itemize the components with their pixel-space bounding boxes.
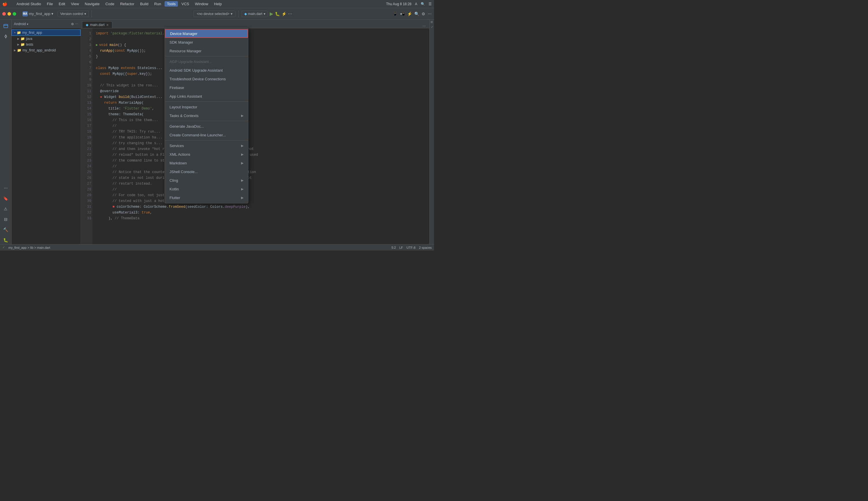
status-position[interactable]: 5:2 xyxy=(392,246,396,249)
project-avatar: MA xyxy=(22,11,28,17)
avd-icon[interactable]: 📲 xyxy=(400,12,405,16)
menu-generate-javadoc[interactable]: Generate JavaDoc... xyxy=(165,122,248,131)
main-layout: ⋯ 🔖 ⚠ ⊟ 🔨 🐛 Android ▾ ⚙ ⋯ ▾ 📁 my_first_a… xyxy=(0,20,434,244)
gear-icon[interactable]: ⚙ xyxy=(71,22,74,26)
panel-more-icon[interactable]: ⋯ xyxy=(75,22,78,26)
submenu-arrow-icon: ▶ xyxy=(241,161,243,165)
menu-search-icon[interactable]: 🔍 xyxy=(421,2,425,6)
lightning-icon[interactable]: ⚡ xyxy=(407,12,412,16)
traffic-light-group xyxy=(2,12,16,15)
sidebar-icon-bookmark[interactable]: 🔖 xyxy=(2,194,10,203)
menu-notif-icon[interactable]: ☰ xyxy=(428,2,432,6)
resource-manager-label: Resource Manager xyxy=(170,49,202,53)
app-links-label: App Links Assistant xyxy=(170,94,202,98)
menu-window[interactable]: Window xyxy=(193,1,210,7)
menu-code[interactable]: Code xyxy=(103,1,117,7)
file-tree-header: Android ▾ ⚙ ⋯ xyxy=(12,20,80,28)
menu-refactor[interactable]: Refactor xyxy=(118,1,137,7)
version-control-button[interactable]: Version control ▾ xyxy=(57,11,88,17)
search-toolbar-icon[interactable]: 🔍 xyxy=(414,12,419,16)
menu-create-launcher[interactable]: Create Command-line Launcher... xyxy=(165,131,248,139)
tree-item-my-first-app[interactable]: ▾ 📁 my_first_app xyxy=(12,30,80,36)
menu-tools[interactable]: Tools xyxy=(165,1,178,7)
menu-flutter[interactable]: Flutter ▶ xyxy=(165,193,248,202)
svg-point-2 xyxy=(5,35,7,37)
folder-icon: 📁 xyxy=(21,42,25,46)
menu-markdown[interactable]: Markdown ▶ xyxy=(165,159,248,167)
project-chevron: ▾ xyxy=(51,12,53,16)
status-indent[interactable]: 2 spaces xyxy=(419,246,432,249)
version-control-label: Version control xyxy=(60,12,83,16)
sidebar-icon-terminal[interactable]: ⊟ xyxy=(2,215,10,223)
menu-sdk-manager[interactable]: SDK Manager xyxy=(165,38,248,46)
menu-android-sdk-upgrade[interactable]: Android SDK Upgrade Assistant xyxy=(165,66,248,75)
sidebar-icon-build[interactable]: 🔨 xyxy=(2,226,10,234)
menu-cling[interactable]: Cling ▶ xyxy=(165,176,248,185)
traffic-light-red[interactable] xyxy=(2,12,6,15)
device-selector-chevron: ▾ xyxy=(231,12,232,16)
menu-services[interactable]: Services ▶ xyxy=(165,141,248,150)
menu-edit[interactable]: Edit xyxy=(56,1,67,7)
menu-navigate[interactable]: Navigate xyxy=(83,1,102,7)
menu-divider-4 xyxy=(165,140,248,140)
tree-item-tests[interactable]: ▶ 📁 tests xyxy=(12,42,80,47)
traffic-light-yellow[interactable] xyxy=(8,12,11,15)
traffic-light-green[interactable] xyxy=(13,12,16,15)
right-sidebar-icon-1[interactable]: ⊞ xyxy=(430,21,433,23)
menu-troubleshoot-device[interactable]: Troubleshoot Device Connections xyxy=(165,75,248,83)
left-sidebar-icons: ⋯ 🔖 ⚠ ⊟ 🔨 🐛 xyxy=(0,20,12,244)
troubleshoot-device-label: Troubleshoot Device Connections xyxy=(170,77,226,81)
menu-device-manager[interactable]: Device Manager xyxy=(165,29,248,38)
submenu-arrow-icon: ▶ xyxy=(241,114,243,118)
generate-javadoc-label: Generate JavaDoc... xyxy=(170,124,204,129)
xml-actions-label: XML Actions xyxy=(170,152,190,157)
run-config-chevron: ▾ xyxy=(264,12,265,16)
menu-firebase[interactable]: Firebase xyxy=(165,83,248,92)
menu-help[interactable]: Help xyxy=(211,1,224,7)
run-config-label: main.dart xyxy=(248,12,262,16)
panel-header-actions: ⚙ ⋯ xyxy=(71,22,78,26)
menu-layout-inspector[interactable]: Layout Inspector xyxy=(165,103,248,111)
profile-button[interactable]: ⚡ xyxy=(282,12,286,16)
dropdown-overlay: Device Manager SDK Manager Resource Mana… xyxy=(81,20,430,244)
menu-xml-actions[interactable]: XML Actions ▶ xyxy=(165,150,248,159)
settings-icon[interactable]: ⚙ xyxy=(422,12,425,16)
menu-file[interactable]: File xyxy=(44,1,55,7)
sidebar-icon-more[interactable]: ⋯ xyxy=(2,184,10,192)
sidebar-icon-project[interactable] xyxy=(2,22,10,30)
android-chevron[interactable]: ▾ xyxy=(27,22,28,26)
right-sidebar-icon-2[interactable]: ✓ xyxy=(431,25,433,29)
submenu-arrow-icon: ▶ xyxy=(241,187,243,191)
project-selector[interactable]: MA my_first_app ▾ xyxy=(20,10,56,17)
status-line-ending[interactable]: LF xyxy=(399,246,403,249)
kotlin-label: Kotlin xyxy=(170,187,179,191)
sidebar-icon-commit[interactable] xyxy=(2,32,10,41)
menu-vcs[interactable]: VCS xyxy=(179,1,192,7)
folder-icon: 📁 xyxy=(21,37,25,41)
device-selector-button[interactable]: <no device selected> ▾ xyxy=(194,11,235,17)
menu-tasks-contexts[interactable]: Tasks & Contexts ▶ xyxy=(165,111,248,120)
sidebar-icon-debug[interactable]: 🐛 xyxy=(2,236,10,244)
tree-item-java[interactable]: ▶ 📁 java xyxy=(12,36,80,42)
chevron-right-icon: ▶ xyxy=(17,43,19,46)
menu-android-studio[interactable]: Android Studio xyxy=(14,1,43,7)
tree-item-android[interactable]: ▶ 📁 my_first_app_android xyxy=(12,47,80,53)
firebase-label: Firebase xyxy=(170,86,184,90)
menu-kotlin[interactable]: Kotlin ▶ xyxy=(165,185,248,193)
editor-area: ◆ main.dart ✕ ⋯ 12345 678910 1112131415 … xyxy=(81,20,430,244)
device-manager-icon[interactable]: 📱 xyxy=(393,12,398,16)
menu-build[interactable]: Build xyxy=(138,1,151,7)
more-button[interactable]: ⋯ xyxy=(288,12,292,16)
sidebar-icon-warning[interactable]: ⚠ xyxy=(2,205,10,213)
menu-resource-manager[interactable]: Resource Manager xyxy=(165,46,248,55)
debug-button[interactable]: 🐛 xyxy=(275,12,280,16)
status-encoding[interactable]: UTF-8 xyxy=(406,246,415,249)
menu-run[interactable]: Run xyxy=(152,1,163,7)
run-config-button[interactable]: ◆ main.dart ▾ xyxy=(242,11,268,17)
menu-app-links[interactable]: App Links Assistant xyxy=(165,92,248,100)
menu-view[interactable]: View xyxy=(69,1,82,7)
menu-jshell[interactable]: JShell Console... xyxy=(165,167,248,176)
more-toolbar-icon[interactable]: ⋯ xyxy=(428,12,432,16)
android-sdk-upgrade-label: Android SDK Upgrade Assistant xyxy=(170,68,223,73)
run-button[interactable]: ▶ xyxy=(270,11,273,17)
